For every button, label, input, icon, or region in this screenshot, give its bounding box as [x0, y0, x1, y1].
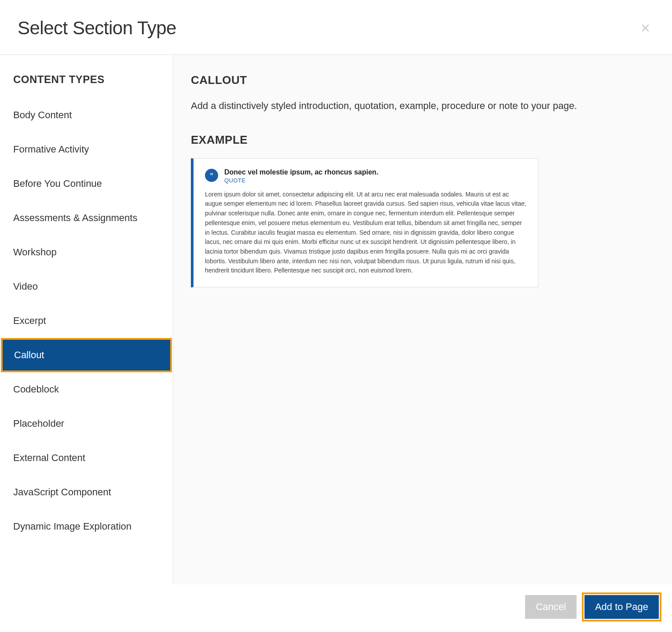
sidebar-item-label: Workshop	[13, 247, 57, 258]
sidebar-item-callout[interactable]: Callout	[3, 340, 170, 370]
sidebar-item-label: Formative Activity	[13, 144, 89, 155]
content-panel: CALLOUT Add a distinctively styled intro…	[173, 55, 672, 585]
sidebar-item-label: Video	[13, 281, 38, 292]
content-description: Add a distinctively styled introduction,…	[191, 99, 654, 113]
sidebar-item-video[interactable]: Video	[0, 269, 173, 304]
sidebar-item-workshop[interactable]: Workshop	[0, 235, 173, 269]
sidebar-item-javascript-component[interactable]: JavaScript Component	[0, 475, 173, 509]
sidebar-item-before-you-continue[interactable]: Before You Continue	[0, 167, 173, 201]
sidebar-item-label: JavaScript Component	[13, 487, 111, 498]
sidebar-item-label: Codeblock	[13, 384, 59, 395]
cancel-button[interactable]: Cancel	[525, 595, 576, 619]
sidebar-item-label: Callout	[14, 349, 44, 360]
example-body: Lorem ipsum dolor sit amet, consectetur …	[205, 190, 526, 276]
example-card: ” Donec vel molestie ipsum, ac rhoncus s…	[191, 158, 538, 287]
sidebar-item-body-content[interactable]: Body Content	[0, 98, 173, 132]
highlight-frame: Callout	[1, 338, 172, 372]
sidebar-item-label: Dynamic Image Exploration	[13, 521, 131, 532]
add-to-page-button[interactable]: Add to Page	[584, 595, 659, 619]
sidebar-item-label: Before You Continue	[13, 178, 102, 189]
sidebar-item-codeblock[interactable]: Codeblock	[0, 372, 173, 407]
sidebar-item-assessments-assignments[interactable]: Assessments & Assignments	[0, 201, 173, 235]
sidebar-item-label: External Content	[13, 452, 85, 463]
modal-footer: Cancel Add to Page	[0, 585, 672, 632]
modal-title: Select Section Type	[18, 18, 176, 39]
sidebar-item-label: Placeholder	[13, 418, 64, 429]
example-title: Donec vel molestie ipsum, ac rhoncus sap…	[224, 168, 378, 176]
select-section-type-modal: Select Section Type × CONTENT TYPES Body…	[0, 0, 672, 632]
sidebar-item-label: Body Content	[13, 109, 72, 120]
sidebar-item-formative-activity[interactable]: Formative Activity	[0, 132, 173, 167]
example-tag: QUOTE	[224, 177, 378, 184]
modal-body: CONTENT TYPES Body Content Formative Act…	[0, 55, 672, 585]
highlight-frame: Add to Page	[582, 592, 661, 621]
sidebar-item-label: Excerpt	[13, 315, 46, 326]
example-heading: EXAMPLE	[191, 133, 654, 147]
content-types-sidebar: CONTENT TYPES Body Content Formative Act…	[0, 55, 173, 585]
sidebar-item-excerpt[interactable]: Excerpt	[0, 304, 173, 338]
sidebar-item-dynamic-image-exploration[interactable]: Dynamic Image Exploration	[0, 509, 173, 544]
sidebar-item-placeholder[interactable]: Placeholder	[0, 407, 173, 441]
sidebar-heading: CONTENT TYPES	[0, 55, 173, 98]
content-heading: CALLOUT	[191, 73, 654, 87]
sidebar-item-external-content[interactable]: External Content	[0, 441, 173, 475]
close-icon[interactable]: ×	[636, 20, 654, 36]
modal-header: Select Section Type ×	[0, 0, 672, 55]
sidebar-list: Body Content Formative Activity Before Y…	[0, 98, 173, 544]
sidebar-item-label: Assessments & Assignments	[13, 212, 137, 223]
example-header-row: ” Donec vel molestie ipsum, ac rhoncus s…	[205, 168, 526, 184]
quote-icon: ”	[205, 169, 218, 182]
example-title-block: Donec vel molestie ipsum, ac rhoncus sap…	[224, 168, 378, 184]
